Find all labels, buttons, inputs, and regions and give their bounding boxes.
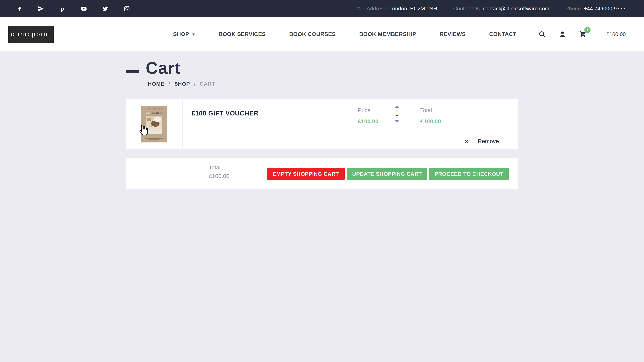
update-cart-button[interactable]: UPDATE SHOPPING CART — [347, 168, 427, 180]
proceed-checkout-button[interactable]: PROCEED TO CHECKOUT — [429, 168, 509, 180]
voucher-divider — [144, 111, 164, 111]
twitter-icon[interactable] — [102, 5, 109, 12]
telegram-icon[interactable] — [38, 5, 44, 12]
total-column: Total £100.00 — [420, 107, 441, 125]
page-content: Cart HOME / SHOP / CART GIFT VOUCHER £10… — [0, 60, 644, 189]
contact-group: Contact Us contact@clinicsoftware.com — [453, 5, 549, 12]
quantity-stepper: 1 — [387, 105, 407, 122]
main-header: clinicpoint SHOP BOOK SERVICES BOOK COUR… — [0, 17, 644, 51]
empty-cart-button[interactable]: EMPTY SHOPPING CART — [267, 168, 345, 180]
breadcrumb-separator: / — [194, 81, 196, 87]
phone-group: Phone +44 749000 9777 — [565, 5, 626, 12]
remove-button[interactable]: Remove — [478, 138, 499, 144]
contact-label: Contact Us — [453, 5, 480, 12]
stepper-divider — [390, 110, 403, 110]
breadcrumb-home[interactable]: HOME — [148, 81, 164, 87]
nav-contact[interactable]: CONTACT — [489, 31, 516, 37]
product-image-cell: GIFT VOUCHER £100 | ALL ITEMS — [126, 99, 183, 149]
main-nav: SHOP BOOK SERVICES BOOK COURSES BOOK MEM… — [173, 31, 516, 37]
remove-x-icon[interactable] — [464, 139, 469, 144]
price-column: Price £100.00 — [358, 107, 378, 125]
logo[interactable]: clinicpoint — [8, 26, 54, 43]
total-value: £100.00 — [420, 118, 441, 125]
page-title-row: Cart — [126, 60, 644, 76]
voucher-photo — [146, 116, 162, 134]
cart-item-row: £100 GIFT VOUCHER Price £100.00 1 Total … — [183, 99, 518, 133]
title-dash-icon — [126, 70, 139, 73]
remove-row: Remove — [183, 133, 518, 149]
address-value: London, EC2M 1NH — [389, 5, 437, 12]
cart-badge: 1 — [584, 27, 590, 33]
nav-shop[interactable]: SHOP — [173, 31, 195, 37]
youtube-icon[interactable] — [80, 5, 88, 12]
breadcrumb-separator: / — [168, 81, 170, 87]
address-label: Our Address — [356, 5, 386, 12]
quantity-value[interactable]: 1 — [395, 110, 398, 117]
price-label: Price — [358, 107, 378, 113]
topbar: p Our Address London, EC2M 1NH Contact U… — [0, 0, 644, 17]
screen: p Our Address London, EC2M 1NH Contact U… — [0, 0, 644, 362]
nav-book-membership[interactable]: BOOK MEMBERSHIP — [359, 31, 416, 37]
address-group: Our Address London, EC2M 1NH — [356, 5, 437, 12]
phone-value[interactable]: +44 749000 9777 — [584, 5, 626, 12]
quantity-decrease-icon[interactable] — [394, 120, 399, 122]
user-account-icon[interactable] — [559, 30, 566, 38]
page-title: Cart — [146, 60, 180, 76]
instagram-icon[interactable] — [123, 5, 130, 12]
cart-item-details: £100 GIFT VOUCHER Price £100.00 1 Total … — [183, 99, 518, 149]
nav-book-services[interactable]: BOOK SERVICES — [219, 31, 266, 37]
header-icons: 1 £100.00 — [538, 30, 626, 38]
chevron-down-icon — [192, 33, 195, 35]
summary-total-block: Total £100.00 — [209, 164, 230, 179]
facebook-icon[interactable] — [16, 5, 23, 12]
cart-item-card: GIFT VOUCHER £100 | ALL ITEMS — [126, 99, 518, 149]
social-links: p — [16, 5, 130, 12]
breadcrumb: HOME / SHOP / CART — [148, 81, 644, 87]
total-label: Total — [420, 107, 441, 113]
nav-book-courses[interactable]: BOOK COURSES — [289, 31, 336, 37]
product-name[interactable]: £100 GIFT VOUCHER — [192, 110, 258, 117]
pinterest-icon[interactable]: p — [59, 5, 66, 12]
logo-text: clinicpoint — [11, 31, 51, 38]
summary-total-label: Total — [209, 164, 230, 171]
quantity-increase-icon[interactable] — [394, 105, 399, 108]
svg-text:p: p — [61, 5, 64, 12]
summary-buttons: EMPTY SHOPPING CART UPDATE SHOPPING CART… — [267, 168, 509, 180]
summary-total-value: £100.00 — [209, 173, 230, 179]
voucher-subtitle: £100 | ALL ITEMS — [141, 112, 167, 114]
cart-summary-card: Total £100.00 EMPTY SHOPPING CART UPDATE… — [126, 158, 518, 189]
cart-icon[interactable]: 1 — [579, 30, 587, 38]
phone-label: Phone — [565, 5, 581, 12]
search-icon[interactable] — [538, 30, 546, 38]
price-value: £100.00 — [358, 118, 378, 125]
breadcrumb-cart: CART — [200, 81, 215, 87]
topbar-info: Our Address London, EC2M 1NH Contact Us … — [356, 5, 626, 12]
product-image[interactable]: GIFT VOUCHER £100 | ALL ITEMS — [141, 106, 167, 142]
voucher-title: GIFT VOUCHER — [141, 107, 167, 110]
header-cart-total[interactable]: £100.00 — [606, 31, 626, 37]
voucher-fine-print — [141, 136, 167, 140]
breadcrumb-shop[interactable]: SHOP — [174, 81, 190, 87]
nav-reviews[interactable]: REVIEWS — [440, 31, 466, 37]
contact-email-link[interactable]: contact@clinicsoftware.com — [483, 5, 549, 12]
